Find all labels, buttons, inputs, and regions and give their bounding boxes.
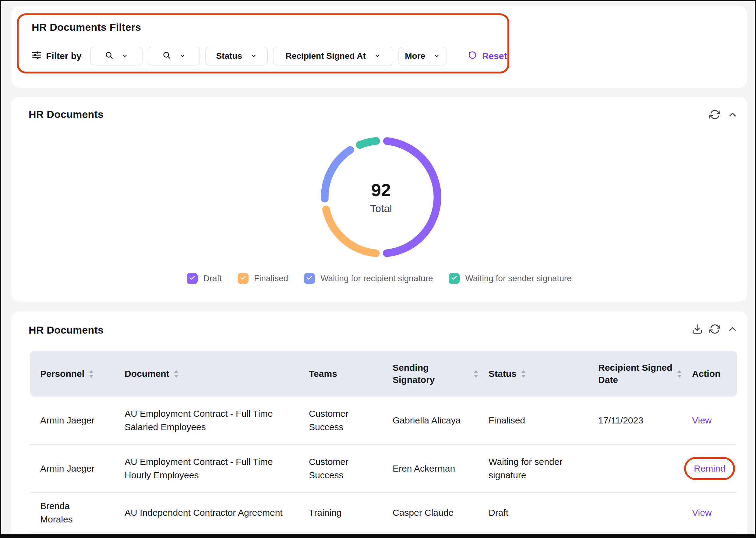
donut-segment-waiting-for-recipient-signature (325, 150, 350, 199)
legend-label: Draft (203, 274, 222, 283)
legend-item-finalised[interactable]: Finalised (237, 273, 288, 284)
column-label: Document (125, 368, 169, 380)
chevron-down-icon (251, 51, 257, 61)
sort-icon (521, 369, 526, 378)
cell-personnel: Armin Jaeger (30, 462, 115, 475)
legend-item-draft[interactable]: Draft (187, 273, 222, 284)
action-remind-link[interactable]: Remind (684, 457, 735, 480)
collapse-button[interactable] (727, 109, 738, 121)
chart-legend: DraftFinalisedWaiting for recipient sign… (11, 273, 747, 284)
legend-checkbox-draft[interactable] (187, 273, 198, 284)
legend-checkbox-waiting-for-sender-signature[interactable] (449, 273, 460, 284)
column-header-status[interactable]: Status (479, 368, 588, 380)
search-icon (105, 51, 113, 62)
search-icon (162, 51, 171, 62)
legend-checkbox-finalised[interactable] (237, 273, 249, 284)
cell-status: Waiting for sender signature (479, 455, 588, 482)
column-label: Sending Signatory (393, 362, 469, 386)
column-label: Recipient Signed Date (598, 362, 673, 386)
legend-checkbox-waiting-for-recipient-signature[interactable] (304, 273, 315, 284)
donut-segment-draft (386, 141, 437, 253)
refresh-button[interactable] (709, 109, 720, 121)
sliders-icon (32, 50, 41, 62)
cell-document: AU Independent Contractor Agreement (115, 506, 299, 519)
cell-personnel: Brenda Morales (30, 499, 115, 526)
chart-card-actions (709, 109, 738, 121)
chevron-down-icon (122, 51, 128, 61)
dropdown-label: Recipient Signed At (285, 51, 366, 61)
collapse-icon (727, 109, 738, 121)
search-filter-dropdown-2[interactable] (148, 47, 200, 66)
recipient-signed-at-filter-dropdown[interactable]: Recipient Signed At (273, 47, 393, 66)
column-header-action: Action (682, 368, 737, 380)
cell-signatory: Gabriella Alicaya (382, 414, 479, 427)
refresh-icon (709, 109, 720, 121)
table-card: HR Documents PersonnelDocumentTeamsSendi… (11, 311, 747, 538)
chart-card-title: HR Documents (28, 108, 104, 120)
collapse-icon (727, 324, 738, 335)
legend-item-waiting-for-recipient-signature[interactable]: Waiting for recipient signature (304, 273, 433, 284)
download-icon (692, 324, 703, 335)
table-card-actions (692, 324, 738, 335)
chevron-down-icon (374, 51, 380, 61)
cell-date: 17/11/2023 (588, 414, 682, 427)
cell-teams: Training (299, 506, 382, 519)
cell-action: View (682, 506, 737, 519)
refresh-icon (709, 324, 720, 335)
cell-document: AU Employment Contract - Full Time Salar… (115, 407, 299, 434)
legend-label: Waiting for recipient signature (321, 274, 433, 283)
sort-icon (174, 369, 179, 378)
cell-teams: Customer Success (299, 455, 382, 482)
check-icon (240, 274, 246, 283)
page: HR Documents Filters Filter by StatusRec… (0, 0, 756, 538)
table-card-title: HR Documents (28, 324, 104, 336)
column-label: Personnel (40, 368, 84, 380)
action-view-link[interactable]: View (692, 506, 712, 519)
column-label: Teams (309, 368, 337, 380)
status-filter-dropdown[interactable]: Status (205, 47, 268, 66)
donut-chart-svg (311, 127, 451, 267)
cell-personnel: Armin Jaeger (30, 414, 115, 427)
rotate-ccw-icon (468, 50, 477, 62)
chart-card: HR Documents 92 Total DraftFinalisedWait… (11, 97, 747, 301)
dropdown-label: Status (216, 51, 242, 61)
dropdown-label: More (405, 51, 425, 61)
sort-icon (677, 369, 682, 378)
legend-item-waiting-for-sender-signature[interactable]: Waiting for sender signature (449, 273, 572, 284)
sort-icon (473, 369, 479, 378)
check-icon (306, 274, 313, 283)
refresh-button[interactable] (709, 324, 720, 335)
filter-row: Filter by StatusRecipient Signed AtMore … (32, 47, 507, 66)
chevron-down-icon (179, 51, 185, 61)
more-filter-dropdown[interactable]: More (398, 47, 446, 66)
table-row: Armin JaegerAU Employment Contract - Ful… (30, 397, 737, 445)
table-row: Armin JaegerAU Employment Contract - Ful… (30, 445, 737, 493)
action-view-link[interactable]: View (692, 414, 712, 427)
table-row: Brenda MoralesAU Independent Contractor … (30, 493, 737, 533)
column-header-sending-signatory[interactable]: Sending Signatory (382, 362, 479, 386)
cell-action: View (682, 414, 737, 427)
cell-teams: Customer Success (299, 407, 382, 434)
column-header-personnel[interactable]: Personnel (30, 368, 115, 380)
chevron-down-icon (434, 51, 440, 61)
check-icon (451, 274, 458, 283)
legend-label: Waiting for sender signature (465, 274, 572, 283)
cell-document: AU Employment Contract - Full Time Hourl… (115, 455, 299, 482)
filter-by-label-group: Filter by (32, 50, 82, 62)
table-body: Armin JaegerAU Employment Contract - Ful… (30, 397, 737, 533)
column-header-recipient-signed-date[interactable]: Recipient Signed Date (588, 362, 682, 386)
hr-documents-table: PersonnelDocumentTeamsSending SignatoryS… (30, 351, 737, 533)
table-header-row: PersonnelDocumentTeamsSending SignatoryS… (30, 351, 737, 397)
filters-card: HR Documents Filters Filter by StatusRec… (11, 6, 747, 88)
collapse-button[interactable] (727, 324, 738, 335)
donut-segment-waiting-for-sender-signature (360, 141, 376, 145)
legend-label: Finalised (254, 274, 288, 283)
cell-signatory: Eren Ackerman (382, 462, 479, 475)
filters-card-title: HR Documents Filters (32, 21, 141, 33)
cell-action: Remind (682, 460, 737, 477)
download-button[interactable] (692, 324, 703, 335)
reset-button[interactable]: Reset (468, 50, 507, 62)
column-label: Status (488, 368, 517, 380)
column-header-document[interactable]: Document (115, 368, 299, 380)
search-filter-dropdown-1[interactable] (90, 47, 142, 66)
